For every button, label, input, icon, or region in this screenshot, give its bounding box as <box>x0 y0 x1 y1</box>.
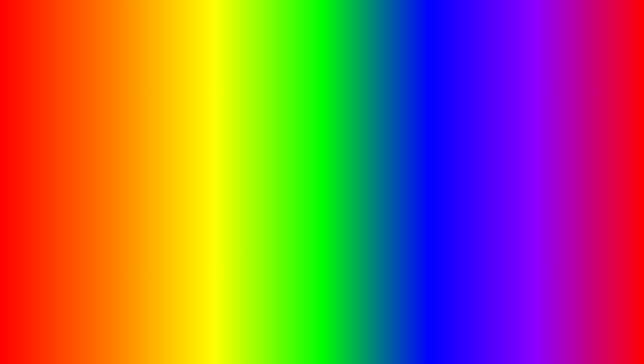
teleport-gear-checkbox[interactable] <box>501 162 505 166</box>
panel-section-title: Race V4 <box>16 90 159 96</box>
bf-logo-fruits: FRUITS <box>588 226 624 238</box>
android-label: ANDROID ✔ <box>13 171 129 195</box>
title-letter-b: B <box>151 6 188 53</box>
title-letter-l: L <box>188 6 219 53</box>
right-panel-header: F FIEND <box>515 81 628 88</box>
race-v4-label: RACE V4 <box>79 56 154 76</box>
teleport-acient-button[interactable]: Teleport To Acient One (Must... <box>16 126 159 134</box>
mirage-island-panel: \\ Mirage Island // 🌕 Full Moon 50% 👤 Mi… <box>421 125 508 171</box>
mirage-not-found: 👤 Mirage Island Not Found ✗ <box>424 143 505 148</box>
main-title: B L O X F R U I T S <box>151 6 493 53</box>
title-letter-o: O <box>219 6 258 53</box>
bottom-pastebin-label: PASTEBIN <box>373 331 476 355</box>
bf-logo-blox: BL☠X <box>592 215 621 226</box>
teleport-sky-door-button[interactable]: Teleport Sky Door (Must Be in Temple Of … <box>515 100 628 108</box>
title-letter-r: R <box>339 6 376 53</box>
panel-bottom-label: Race V4 <box>16 137 159 141</box>
title-letter-x: X <box>258 6 291 53</box>
blox-fruits-logo: 💀 BL☠X FRUITS <box>588 178 625 238</box>
right-hub-name: FIEND <box>522 82 534 87</box>
auto-trial-label: AUTO TRIAL <box>517 56 621 76</box>
title-letter-f: F <box>308 6 340 53</box>
android-checkmark: ✔ <box>114 172 129 194</box>
auto-mirage-checkbox[interactable] <box>501 150 505 154</box>
bottom-script-label: SCRIPT <box>290 331 366 355</box>
right-fiend-panel: F FIEND Teleport Mink Door (Must Be in T… <box>511 78 631 138</box>
bottom-race-label: RACE V4 <box>168 327 284 358</box>
person-icon: 👤 <box>424 143 430 148</box>
fluxus-label: FLUXUS HYDROGEN <box>53 200 145 236</box>
right-search-bar[interactable] <box>591 81 628 88</box>
title-letter-i: I <box>412 6 428 53</box>
skull-icon: 💀 <box>595 186 618 207</box>
mobile-label: MOBILE ✔ <box>13 147 129 171</box>
panel-header: F FIEND HUB <box>16 81 159 88</box>
search-bar[interactable] <box>116 81 159 88</box>
auto-trials-title: Auto Trials <box>515 109 628 114</box>
title-letter-t: T <box>428 6 459 53</box>
fiend-hub-panel: F FIEND HUB Race V4 Teleport To Top Of G… <box>13 78 163 144</box>
bf-logo-icon: 💀 <box>588 178 625 215</box>
title-letter-u: U <box>376 6 412 53</box>
mirage-full-moon: 🌕 Full Moon 50% <box>424 135 505 141</box>
auto-mirage-island-item[interactable]: Auto Mirage Island <box>424 150 505 154</box>
teleport-gear-item[interactable]: Teleport To Gear <box>424 162 505 166</box>
mirage-panel-title: \\ Mirage Island // <box>424 128 505 133</box>
auto-mirage-hop-checkbox[interactable] <box>501 156 505 160</box>
teleport-temple-button[interactable]: Teleport To Timple Of Time <box>16 107 159 115</box>
right-fiend-logo: F <box>515 81 520 87</box>
auto-complete-angel-button[interactable]: Auto Complete Angel Trial <box>515 116 628 124</box>
auto-mirage-hop-item[interactable]: Auto Mirage Island [HOP] <box>424 156 505 160</box>
hub-name-label: FIEND HUB <box>24 82 45 87</box>
moon-icon: 🌕 <box>424 135 430 141</box>
title-letter-s: S <box>459 6 493 53</box>
bottom-bar: RACE V4 SCRIPT PASTEBIN <box>0 327 644 358</box>
auto-complete-rabbit-button[interactable]: Auto Complete Rabbit Trial <box>515 126 628 134</box>
mobile-checkmark: ✔ <box>98 149 113 170</box>
teleport-mink-door-button[interactable]: Teleport Mink Door (Must Be in Temple Of… <box>515 90 628 99</box>
teleport-lever-button[interactable]: Teleport To Lever Pull <box>16 116 159 124</box>
fiend-logo: F <box>16 81 22 87</box>
teleport-greattree-button[interactable]: Teleport To Top Of GreatTree <box>16 98 159 106</box>
